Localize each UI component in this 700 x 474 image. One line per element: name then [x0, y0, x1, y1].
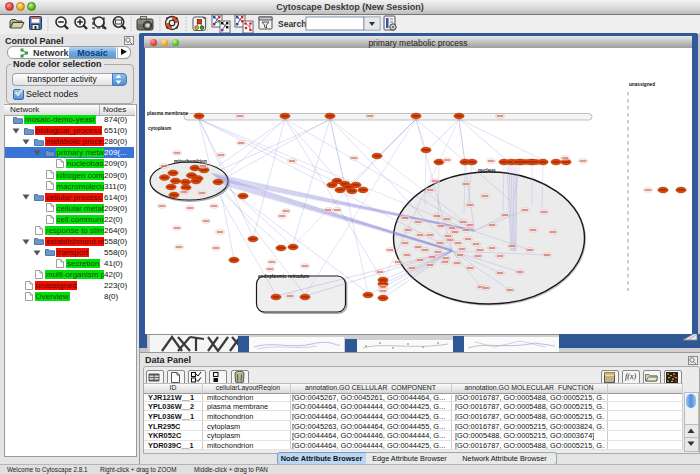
svg-text:plasma membrane: plasma membrane [147, 111, 189, 116]
svg-text:endoplasmic reticulum: endoplasmic reticulum [258, 274, 309, 279]
svg-text:Search:: Search: [278, 19, 309, 29]
svg-text:cytoplasm: cytoplasm [148, 126, 171, 131]
svg-text:mitochondrion: mitochondrion [174, 159, 207, 164]
svg-text:nucleus: nucleus [478, 168, 496, 173]
svg-text:unassigned: unassigned [629, 82, 655, 87]
